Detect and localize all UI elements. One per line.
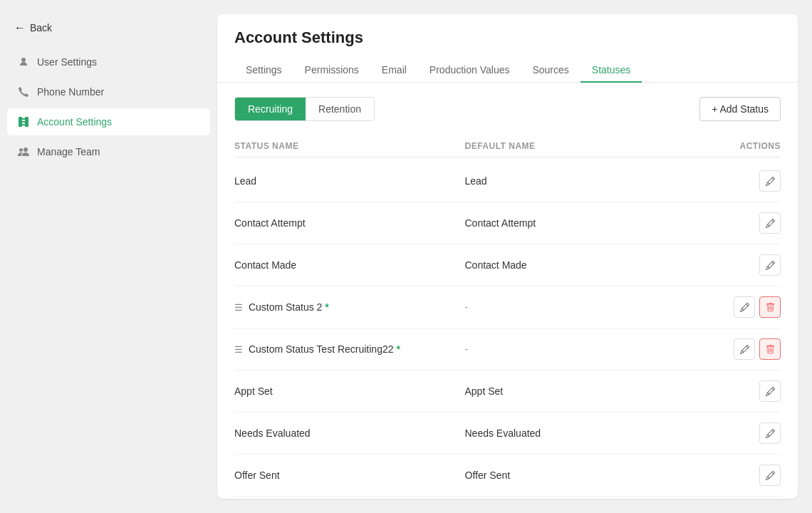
asterisk-icon: * bbox=[396, 343, 400, 355]
status-name-cell: Lead bbox=[234, 175, 465, 187]
delete-button[interactable] bbox=[759, 296, 781, 318]
page-title: Account Settings bbox=[234, 28, 781, 47]
default-name-cell: Contact Attempt bbox=[465, 217, 696, 229]
content-card: Account Settings Settings Permissions Em… bbox=[217, 14, 798, 499]
tab-sources[interactable]: Sources bbox=[521, 58, 580, 83]
tab-permissions[interactable]: Permissions bbox=[293, 58, 370, 83]
edit-button[interactable] bbox=[734, 296, 755, 318]
tab-settings[interactable]: Settings bbox=[234, 58, 293, 83]
edit-button[interactable] bbox=[759, 254, 781, 276]
custom-status-icon: ☰ bbox=[234, 302, 243, 313]
status-name-cell: Contact Made bbox=[234, 259, 465, 271]
actions-cell bbox=[695, 296, 781, 318]
status-name-cell: Appt Set bbox=[234, 385, 465, 397]
edit-button[interactable] bbox=[759, 465, 781, 486]
table-row: Offer Sent Offer Sent bbox=[234, 455, 781, 497]
actions-cell bbox=[695, 254, 781, 276]
table-row: Contact Attempt Contact Attempt bbox=[234, 202, 781, 244]
tab-production-values[interactable]: Production Values bbox=[418, 58, 521, 83]
person-icon bbox=[17, 56, 30, 68]
actions-cell bbox=[695, 423, 781, 444]
header-actions: ACTIONS bbox=[695, 141, 781, 151]
edit-button[interactable] bbox=[759, 380, 781, 402]
default-name-cell: Lead bbox=[465, 175, 696, 187]
table-row: Lead Lead bbox=[234, 160, 781, 202]
sidebar-nav: User Settings Phone Number Account Setti… bbox=[0, 48, 217, 165]
sidebar-manage-team-label: Manage Team bbox=[37, 146, 100, 157]
default-name-cell: Appt Set bbox=[465, 385, 696, 397]
default-name-cell: Needs Evaluated bbox=[465, 428, 696, 439]
filter-recruiting-button[interactable]: Recruiting bbox=[235, 98, 306, 120]
tab-nav: Settings Permissions Email Production Va… bbox=[234, 58, 781, 82]
sidebar: ← Back User Settings Phone Number bbox=[0, 0, 217, 513]
tab-email[interactable]: Email bbox=[370, 58, 418, 83]
status-name-cell: Contact Attempt bbox=[234, 217, 465, 229]
actions-cell bbox=[695, 338, 781, 360]
status-name-cell: ☰ Custom Status 2 * bbox=[234, 301, 465, 313]
back-label: Back bbox=[30, 22, 52, 33]
filter-row: Recruiting Retention + Add Status bbox=[234, 97, 781, 121]
table-row: Appt Set Appt Set bbox=[234, 370, 781, 413]
edit-button[interactable] bbox=[759, 423, 781, 444]
sidebar-item-user-settings[interactable]: User Settings bbox=[7, 48, 210, 76]
tab-statuses[interactable]: Statuses bbox=[581, 58, 642, 83]
status-name-cell: Needs Evaluated bbox=[234, 428, 465, 439]
building-icon bbox=[17, 115, 30, 128]
header-status-name: STATUS NAME bbox=[234, 141, 465, 151]
edit-button[interactable] bbox=[759, 212, 781, 234]
filter-retention-button[interactable]: Retention bbox=[306, 98, 374, 120]
table-row: ☰ Custom Status Test Recruiting22 * - bbox=[234, 328, 781, 370]
default-name-cell: - bbox=[465, 343, 696, 355]
delete-button[interactable] bbox=[759, 338, 781, 360]
phone-icon bbox=[17, 86, 30, 98]
status-name-cell: Offer Sent bbox=[234, 470, 465, 481]
edit-button[interactable] bbox=[759, 170, 781, 192]
sidebar-item-account-settings[interactable]: Account Settings bbox=[7, 108, 210, 135]
card-body: Recruiting Retention + Add Status STATUS… bbox=[217, 83, 798, 499]
card-header: Account Settings Settings Permissions Em… bbox=[217, 14, 798, 83]
header-default-name: DEFAULT NAME bbox=[465, 141, 696, 151]
add-status-button[interactable]: + Add Status bbox=[699, 97, 781, 121]
back-arrow-icon: ← bbox=[14, 21, 26, 34]
filter-buttons: Recruiting Retention bbox=[234, 97, 375, 121]
sidebar-phone-label: Phone Number bbox=[37, 86, 104, 98]
actions-cell bbox=[695, 170, 781, 192]
edit-button[interactable] bbox=[734, 338, 755, 360]
back-button[interactable]: ← Back bbox=[0, 14, 217, 48]
default-name-cell: Contact Made bbox=[465, 259, 696, 271]
table-row: Contact Made Contact Made bbox=[234, 244, 781, 286]
actions-cell bbox=[695, 380, 781, 402]
custom-status-icon: ☰ bbox=[234, 344, 243, 355]
asterisk-icon: * bbox=[325, 301, 328, 313]
default-name-cell: - bbox=[465, 301, 696, 313]
table-row: Needs Evaluated Needs Evaluated bbox=[234, 413, 781, 455]
default-name-cell: Offer Sent bbox=[465, 470, 696, 481]
table-header: STATUS NAME DEFAULT NAME ACTIONS bbox=[234, 135, 781, 157]
status-name-cell: ☰ Custom Status Test Recruiting22 * bbox=[234, 343, 465, 355]
sidebar-account-label: Account Settings bbox=[37, 116, 112, 128]
actions-cell bbox=[695, 212, 781, 234]
sidebar-item-phone-number[interactable]: Phone Number bbox=[7, 78, 210, 105]
sidebar-user-settings-label: User Settings bbox=[37, 56, 97, 68]
sidebar-item-manage-team[interactable]: Manage Team bbox=[7, 138, 210, 165]
table-row: ☰ Custom Status 2 * - bbox=[234, 286, 781, 328]
actions-cell bbox=[695, 465, 781, 486]
main-content: Account Settings Settings Permissions Em… bbox=[217, 0, 812, 513]
team-icon bbox=[17, 145, 30, 158]
